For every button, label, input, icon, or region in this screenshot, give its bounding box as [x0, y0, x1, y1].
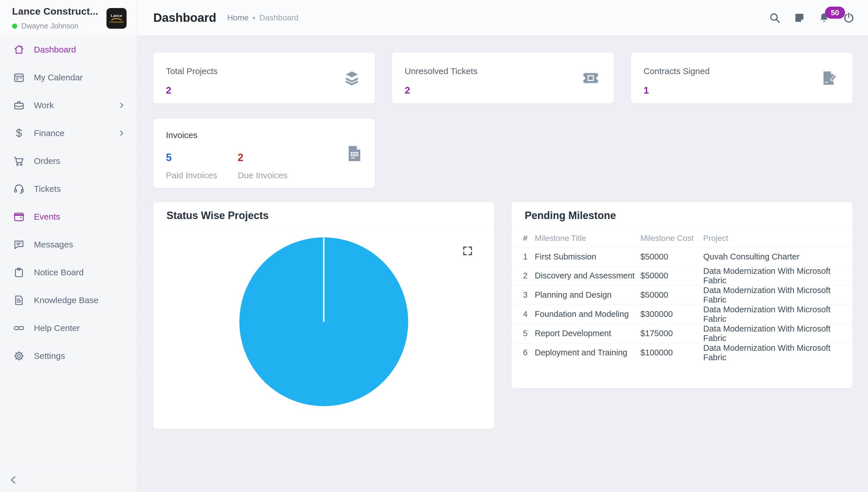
table-row[interactable]: 6 Deployment and Training $100000 Data M…	[512, 343, 852, 362]
sidebar-item-label: Finance	[34, 128, 65, 138]
sidebar-item-work[interactable]: Work	[0, 92, 137, 119]
dollar-icon: $	[13, 127, 25, 140]
sidebar-item-events[interactable]: Events	[0, 203, 137, 231]
event-calendar-icon	[13, 211, 25, 223]
bell-icon[interactable]: 50	[817, 11, 831, 24]
stat-label: Total Projects	[166, 66, 362, 76]
column-header: Milestone Title	[535, 229, 640, 247]
table-row[interactable]: 4 Foundation and Modeling $300000 Data M…	[512, 304, 852, 324]
chevron-right-icon	[117, 129, 126, 138]
breadcrumb-home-link[interactable]: Home	[227, 13, 249, 22]
sidebar-item-orders[interactable]: Orders	[0, 147, 137, 175]
gear-icon	[13, 350, 25, 362]
power-icon[interactable]	[842, 11, 855, 24]
sidebar-item-dashboard[interactable]: Dashboard	[0, 36, 137, 64]
sidebar-item-label: Events	[34, 212, 60, 222]
stat-label: Contracts Signed	[644, 66, 840, 76]
sidebar-item-label: Notice Board	[34, 268, 83, 277]
stat-card-contracts-signed: Contracts Signed 1	[631, 52, 852, 103]
contract-sign-icon	[821, 70, 838, 86]
sidebar-item-label: Messages	[34, 240, 73, 249]
page-title: Dashboard	[153, 11, 216, 25]
column-header: #	[512, 229, 535, 247]
company-logo: Lance Construction	[106, 8, 127, 29]
workspace-header[interactable]: Lance Construct... Dwayne Johnson Lance …	[0, 0, 137, 36]
sidebar-item-label: Work	[34, 100, 54, 110]
panel-title: Status Wise Projects	[167, 210, 269, 222]
column-header: Project	[703, 229, 852, 247]
table-row[interactable]: 5 Report Development $175000 Data Modern…	[512, 324, 852, 343]
invoice-icon	[348, 145, 361, 162]
user-name: Dwayne Johnson	[21, 22, 78, 30]
sidebar-item-tickets[interactable]: Tickets	[0, 175, 137, 203]
due-invoices-stat: 2 Due Invoices	[238, 152, 309, 180]
invoices-card: Invoices 5 Paid Invoices 2 Due Invoices	[153, 119, 375, 188]
paid-invoices-stat: 5 Paid Invoices	[166, 152, 238, 180]
invoices-title: Invoices	[166, 130, 362, 140]
table-row[interactable]: 3 Planning and Design $50000 Data Modern…	[512, 285, 852, 304]
sidebar-item-messages[interactable]: Messages	[0, 231, 137, 259]
sidebar-item-label: Knowledge Base	[34, 295, 98, 305]
sidebar-item-help-center[interactable]: Help Center	[0, 314, 137, 342]
clipboard-icon	[13, 266, 25, 279]
topbar-actions: 50	[768, 11, 855, 24]
calendar-icon	[13, 71, 25, 84]
fullscreen-icon[interactable]	[461, 245, 474, 258]
breadcrumb-current: Dashboard	[259, 13, 299, 22]
sidebar-item-my-calendar[interactable]: My Calendar	[0, 64, 137, 92]
stat-value: 2	[405, 85, 601, 96]
logo-text-2: Construction	[109, 21, 124, 23]
sidebar-item-label: Help Center	[34, 323, 80, 333]
chevron-left-icon	[7, 474, 20, 487]
table-row[interactable]: 2 Discovery and Assessment $50000 Data M…	[512, 266, 852, 285]
stats-row: Total Projects 2 Unresolved Tickets 2 Co…	[153, 52, 852, 103]
briefcase-icon	[13, 99, 25, 112]
chat-icon	[13, 238, 25, 251]
sidebar-item-notice-board[interactable]: Notice Board	[0, 259, 137, 287]
column-header: Milestone Cost	[640, 229, 703, 247]
invoice-row: Invoices 5 Paid Invoices 2 Due Invoices	[153, 119, 852, 188]
sidebar-item-label: Tickets	[34, 184, 61, 194]
dashboard-content: Total Projects 2 Unresolved Tickets 2 Co…	[137, 36, 868, 492]
document-icon	[13, 294, 25, 306]
logo-roof-icon	[111, 18, 122, 20]
chevron-right-icon	[117, 101, 126, 109]
sidebar-collapse-button[interactable]	[0, 468, 137, 492]
sidebar-nav: Dashboard My Calendar Work $ Finance	[0, 36, 137, 370]
sidebar-item-label: Dashboard	[34, 45, 76, 54]
due-invoices-value: 2	[238, 152, 309, 164]
milestones-table: # Milestone Title Milestone Cost Project…	[512, 229, 852, 362]
cart-icon	[13, 155, 25, 167]
company-name: Lance Construct...	[12, 6, 98, 17]
stat-value: 2	[166, 85, 362, 96]
note-icon[interactable]	[793, 11, 806, 24]
paid-invoices-value: 5	[166, 152, 238, 164]
panels-row: Status Wise Projects Pending	[153, 202, 852, 429]
stat-card-unresolved-tickets: Unresolved Tickets 2	[392, 52, 614, 103]
table-row[interactable]: 1 First Submission $50000 Quvah Consulti…	[512, 247, 852, 266]
pie-chart-area	[153, 237, 494, 429]
status-wise-projects-panel: Status Wise Projects	[153, 202, 494, 429]
headset-icon	[13, 182, 25, 195]
home-icon	[13, 43, 25, 56]
ticket-icon	[583, 70, 599, 86]
stat-card-total-projects: Total Projects 2	[153, 52, 375, 103]
sidebar-item-label: Orders	[34, 156, 60, 166]
link-icon	[13, 322, 25, 335]
sidebar-item-knowledge-base[interactable]: Knowledge Base	[0, 287, 137, 314]
due-invoices-label: Due Invoices	[238, 171, 309, 180]
panel-title: Pending Milestone	[525, 210, 616, 222]
sidebar-item-label: My Calendar	[34, 73, 83, 82]
search-icon[interactable]	[768, 11, 781, 24]
stat-value: 1	[644, 85, 840, 96]
sidebar: Lance Construct... Dwayne Johnson Lance …	[0, 0, 137, 492]
paid-invoices-label: Paid Invoices	[166, 171, 238, 180]
sidebar-item-label: Settings	[34, 351, 65, 361]
sidebar-item-finance[interactable]: $ Finance	[0, 119, 137, 147]
online-status-dot	[12, 24, 17, 29]
pie-chart[interactable]	[239, 237, 408, 407]
pending-milestone-panel: Pending Milestone # Milestone Title Mile…	[512, 202, 852, 388]
sidebar-item-settings[interactable]: Settings	[0, 342, 137, 370]
breadcrumb: Home • Dashboard	[227, 13, 768, 22]
topbar: Dashboard Home • Dashboard 50	[137, 0, 868, 36]
